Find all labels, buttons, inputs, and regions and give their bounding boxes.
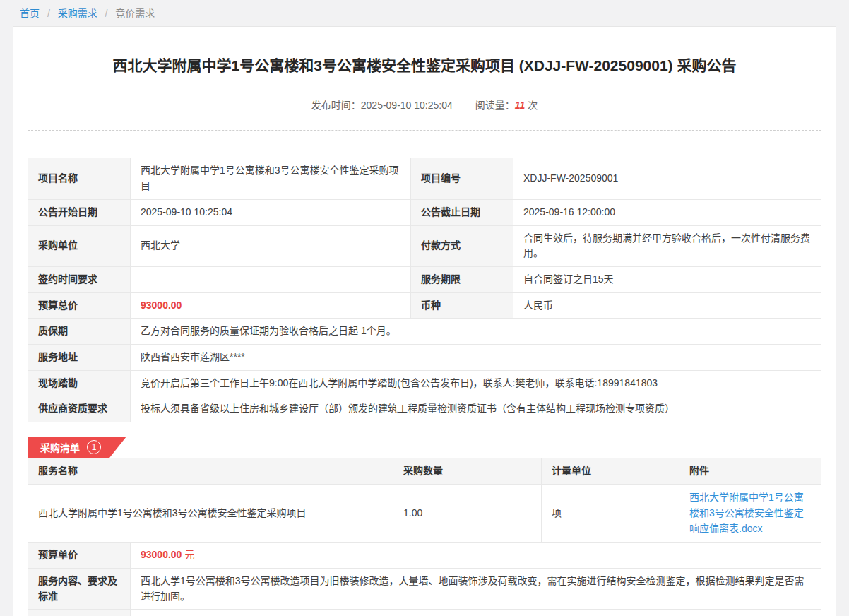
table-row: 西北大学附属中学1号公寓楼和3号公寓楼安全性鉴定采购项目 1.00 项 西北大学…: [28, 484, 821, 542]
sign-time-value: [131, 266, 411, 292]
table-row: 质保期 乙方对合同服务的质量保证期为验收合格后之日起 1个月。: [28, 319, 821, 345]
procurement-list-count-badge: 1: [87, 440, 101, 454]
project-name-value: 西北大学附属中学1号公寓楼和3号公寓楼安全性鉴定采购项目: [131, 158, 411, 199]
procurement-list-badge: 采购清单 1: [28, 437, 126, 458]
quantity-header: 采购数量: [393, 458, 542, 485]
project-info-table: 项目名称 西北大学附属中学1号公寓楼和3号公寓楼安全性鉴定采购项目 项目编号 X…: [28, 158, 821, 422]
site-visit-label: 现场踏勘: [28, 370, 131, 396]
table-row: 公告开始日期 2025-09-10 10:25:04 公告截止日期 2025-0…: [28, 199, 821, 225]
budget-total-value: 93000.00: [141, 300, 182, 311]
table-row: 项目名称 西北大学附属中学1号公寓楼和3号公寓楼安全性鉴定采购项目 项目编号 X…: [28, 158, 821, 199]
start-date-label: 公告开始日期: [28, 199, 131, 225]
breadcrumb-separator: /: [47, 8, 50, 19]
after-sale-label: 售后服务: [28, 610, 131, 616]
procurement-items-table: 服务名称 采购数量 计量单位 附件 西北大学附属中学1号公寓楼和3号公寓楼安全性…: [28, 458, 821, 543]
project-name-label: 项目名称: [28, 158, 131, 199]
publish-time-label: 发布时间：: [311, 100, 361, 111]
table-row: 供应商资质要求 投标人须具备省级以上住房和城乡建设厅（部）颁发的建筑工程质量检测…: [28, 396, 821, 422]
service-name-header: 服务名称: [28, 458, 393, 485]
attachment-link[interactable]: 西北大学附属中学1号公寓楼和3号公寓楼安全性鉴定响应偏离表.docx: [689, 490, 811, 537]
title-divider: [28, 130, 821, 131]
purchaser-value: 西北大学: [131, 225, 411, 266]
service-name-value: 西北大学附属中学1号公寓楼和3号公寓楼安全性鉴定采购项目: [28, 484, 393, 542]
views-label: 阅读量：: [475, 100, 515, 111]
service-content-label: 服务内容、要求及标准: [28, 568, 131, 609]
service-content-value: 西北大学1号公寓楼和3号公寓楼改造项目为旧楼装修改造，大量墙、地面装饰涉及荷载改…: [131, 568, 821, 609]
unit-price-suffix: 元: [184, 549, 194, 560]
sign-time-label: 签约时间要求: [28, 266, 131, 292]
table-header-row: 服务名称 采购数量 计量单位 附件: [28, 458, 821, 485]
publish-meta: 发布时间：2025-09-10 10:25:04 阅读量：11次: [28, 97, 821, 112]
table-row: 服务内容、要求及标准 西北大学1号公寓楼和3号公寓楼改造项目为旧楼装修改造，大量…: [28, 568, 821, 609]
table-row: 服务地址 陕西省西安市莲湖区****: [28, 344, 821, 370]
table-row: 采购单位 西北大学 付款方式 合同生效后，待服务期满并经甲方验收合格后，一次性付…: [28, 225, 821, 266]
attachment-header: 附件: [679, 458, 821, 485]
warranty-value: 乙方对合同服务的质量保证期为验收合格后之日起 1个月。: [131, 319, 821, 345]
breadcrumb-separator: /: [105, 8, 108, 19]
purchaser-label: 采购单位: [28, 225, 131, 266]
service-address-value: 陕西省西安市莲湖区****: [131, 344, 821, 370]
service-period-value: 自合同签订之日15天: [513, 266, 821, 292]
table-row: 现场踏勘 竞价开启后第三个工作日上午9:00在西北大学附属中学踏勘(包含公告发布…: [28, 370, 821, 396]
end-date-label: 公告截止日期: [411, 199, 513, 225]
end-date-value: 2025-09-16 12:00:00: [513, 199, 821, 225]
table-row: 预算总价 93000.00 币种 人民币: [28, 292, 821, 319]
quantity-value: 1.00: [393, 484, 542, 542]
warranty-label: 质保期: [28, 319, 131, 345]
start-date-value: 2025-09-10 10:25:04: [131, 199, 411, 225]
table-row: 签约时间要求 服务期限 自合同签订之日15天: [28, 266, 821, 292]
unit-value: 项: [542, 484, 679, 542]
site-visit-value: 竞价开启后第三个工作日上午9:00在西北大学附属中学踏勘(包含公告发布日)，联系…: [131, 370, 821, 396]
payment-method-value: 合同生效后，待服务期满并经甲方验收合格后，一次性付清服务费用。: [513, 225, 821, 266]
supplier-qualification-label: 供应商资质要求: [28, 396, 131, 422]
table-row: 预算单价 93000.00元: [28, 543, 821, 569]
procurement-detail-table: 预算单价 93000.00元 服务内容、要求及标准 西北大学1号公寓楼和3号公寓…: [28, 542, 821, 616]
views-count: 11: [515, 100, 526, 111]
breadcrumb: 首页 / 采购需求 / 竞价需求: [0, 0, 849, 26]
breadcrumb-current: 竞价需求: [115, 8, 155, 19]
payment-method-label: 付款方式: [411, 225, 513, 266]
after-sale-value: 提供全面可靠可行的检测方案和检测计划，根据准确、客观的鉴定结果，出具专业完善的鉴…: [131, 610, 821, 616]
announcement-card: 西北大学附属中学1号公寓楼和3号公寓楼安全性鉴定采购项目 (XDJJ-FW-20…: [13, 26, 836, 616]
publish-time-value: 2025-09-10 10:25:04: [361, 100, 453, 111]
unit-price-value: 93000.00: [141, 549, 182, 560]
currency-value: 人民币: [513, 292, 821, 319]
unit-price-label: 预算单价: [28, 543, 131, 569]
currency-label: 币种: [411, 292, 513, 319]
breadcrumb-purchase-demand-link[interactable]: 采购需求: [58, 8, 97, 19]
project-code-label: 项目编号: [411, 158, 513, 199]
unit-header: 计量单位: [542, 458, 679, 485]
breadcrumb-home-link[interactable]: 首页: [20, 8, 40, 19]
service-address-label: 服务地址: [28, 344, 131, 370]
budget-total-label: 预算总价: [28, 292, 131, 319]
procurement-list-badge-label: 采购清单: [40, 440, 80, 454]
project-code-value: XDJJ-FW-202509001: [513, 158, 821, 199]
service-period-label: 服务期限: [411, 266, 513, 292]
supplier-qualification-value: 投标人须具备省级以上住房和城乡建设厅（部）颁发的建筑工程质量检测资质证书（含有主…: [131, 396, 821, 422]
table-row: 售后服务 提供全面可靠可行的检测方案和检测计划，根据准确、客观的鉴定结果，出具专…: [28, 610, 821, 616]
views-unit: 次: [528, 100, 538, 111]
procurement-list-section: 采购清单 1 服务名称 采购数量 计量单位 附件 西北大学附属中学1号公寓楼和3…: [28, 437, 821, 616]
page-title: 西北大学附属中学1号公寓楼和3号公寓楼安全性鉴定采购项目 (XDJJ-FW-20…: [28, 27, 821, 76]
